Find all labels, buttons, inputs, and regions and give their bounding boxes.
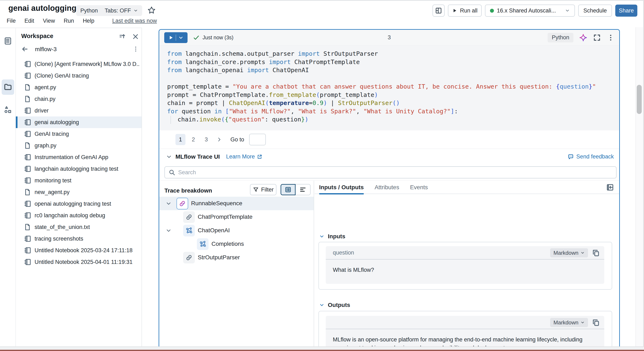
trace-span-chatprompttemplate[interactable]: ChatPromptTemplate: [159, 210, 314, 224]
workspace-item[interactable]: agent.py: [16, 81, 142, 93]
go-to-page-input[interactable]: [249, 134, 266, 145]
render-format-value: Markdown: [554, 250, 578, 256]
chevron-down-icon[interactable]: [166, 200, 172, 207]
workspace-item[interactable]: openai autologging tracing test: [16, 198, 142, 210]
favorite-star-icon[interactable]: [147, 6, 156, 15]
render-format-dropdown[interactable]: Markdown: [550, 318, 588, 327]
workspace-item-label: (Clone) GenAI tracing: [34, 72, 140, 79]
workspace-item-label: driver: [34, 107, 140, 114]
menu-help[interactable]: Help: [83, 18, 94, 24]
menu-file[interactable]: File: [7, 18, 16, 24]
layout-grid-button[interactable]: [432, 4, 444, 17]
menu-view[interactable]: View: [43, 18, 55, 24]
send-feedback-label: Send feedback: [576, 153, 614, 160]
cell-kebab-menu-icon[interactable]: [607, 34, 615, 41]
collapse-chevron-icon[interactable]: [166, 154, 172, 160]
cell-code-editor[interactable]: from langchain.schema.output_parser impo…: [159, 45, 619, 130]
filter-button[interactable]: Filter: [250, 184, 276, 195]
detail-view-toggle[interactable]: [280, 184, 296, 195]
workspace-item[interactable]: Instrumentation of GenAI App: [16, 151, 142, 163]
page-button-2[interactable]: 2: [188, 134, 198, 145]
chevron-down-icon: [134, 8, 138, 13]
scrollbar-thumb[interactable]: [637, 85, 642, 114]
workspace-item[interactable]: Untitled Notebook 2025-04-01 11:19:31: [16, 256, 142, 268]
inputs-field-header: question Markdown: [326, 246, 604, 260]
next-page-button[interactable]: [214, 134, 224, 145]
page-button-1[interactable]: 1: [176, 134, 186, 145]
file-icon: [24, 95, 31, 103]
tabs-toggle[interactable]: Tabs: OFF: [100, 5, 142, 16]
current-folder-name[interactable]: mlflow-3: [35, 46, 56, 53]
expand-fullscreen-icon[interactable]: [593, 34, 601, 41]
notebook-icon: [24, 235, 31, 243]
code-content: from langchain.schema.output_parser impo…: [167, 50, 596, 124]
tab-inputs-outputs[interactable]: Inputs / Outputs: [319, 181, 364, 194]
experiments-icon[interactable]: [4, 105, 12, 114]
workspace-item[interactable]: chain.py: [16, 93, 142, 105]
menu-run[interactable]: Run: [64, 18, 74, 24]
tab-attributes[interactable]: Attributes: [375, 181, 399, 194]
workspace-item[interactable]: state_of_the_union.txt: [16, 221, 142, 233]
workspace-item-label: Untitled Notebook 2025-03-24 17:11:18: [34, 247, 140, 254]
workspace-item[interactable]: driver: [16, 105, 142, 116]
share-button[interactable]: Share: [615, 4, 637, 17]
workspace-item[interactable]: graph.py: [16, 140, 142, 151]
trace-span-completions[interactable]: Completions: [159, 237, 314, 251]
chain-link-icon: [176, 198, 188, 209]
cell-language-badge[interactable]: Python: [548, 33, 574, 42]
file-icon: [24, 84, 31, 91]
close-icon[interactable]: [132, 33, 140, 40]
learn-more-link[interactable]: Learn More: [226, 153, 262, 160]
run-all-label: Run all: [460, 7, 478, 14]
workspace-sidebar: Workspace mlflow-3 (Clone) [Agent Framew…: [16, 28, 142, 347]
copy-icon[interactable]: [592, 249, 600, 257]
collapse-panel-icon[interactable]: [606, 183, 614, 192]
tab-events[interactable]: Events: [410, 181, 428, 194]
feedback-bubble-icon: [568, 154, 574, 160]
send-feedback-link[interactable]: Send feedback: [568, 153, 614, 160]
assistant-sparkle-icon[interactable]: [579, 34, 587, 41]
render-format-value: Markdown: [554, 319, 578, 326]
detail-tabs-row: Inputs / OutputsAttributesEvents: [314, 181, 619, 194]
outputs-card: Markdown MLflow is an open-source platfo…: [318, 311, 612, 347]
trace-span-chatopenai[interactable]: ChatOpenAI: [159, 224, 314, 237]
sort-icon[interactable]: [119, 33, 126, 40]
cluster-selector[interactable]: 16.x Shared Autoscali...: [485, 4, 575, 17]
run-all-button[interactable]: Run all: [448, 4, 482, 17]
timeline-view-toggle[interactable]: [296, 184, 310, 195]
workspace-item[interactable]: genai autologging: [16, 116, 142, 128]
menu-edit[interactable]: Edit: [24, 18, 34, 24]
workspace-item[interactable]: langchain autologging tracing test: [16, 163, 142, 175]
back-arrow-icon[interactable]: [21, 45, 29, 53]
file-icon: [24, 142, 31, 149]
outputs-section-header[interactable]: Outputs: [319, 302, 350, 308]
workspace-item-label: state_of_the_union.txt: [34, 224, 140, 230]
scrollbar-track[interactable]: [636, 27, 643, 347]
render-format-dropdown[interactable]: Markdown: [550, 248, 588, 257]
workspace-panel-title: Workspace: [21, 33, 53, 39]
workspace-item[interactable]: GenAI tracing: [16, 128, 142, 140]
trace-span-runnablesequence[interactable]: RunnableSequence: [159, 197, 314, 210]
chevron-down-icon[interactable]: [166, 228, 172, 234]
notebook-list-icon[interactable]: [4, 37, 12, 45]
trace-span-stroutputparser[interactable]: StrOutputParser: [159, 251, 314, 264]
page-button-3[interactable]: 3: [201, 134, 211, 145]
workspace-item[interactable]: new_agent.py: [16, 186, 142, 198]
window-bottom-bar: [0, 350, 644, 351]
workspace-folder-icon[interactable]: [4, 83, 12, 91]
inputs-section-header[interactable]: Inputs: [319, 233, 345, 240]
play-icon: [452, 8, 457, 13]
copy-icon[interactable]: [592, 318, 600, 327]
folder-kebab-menu-icon[interactable]: [132, 45, 139, 53]
workspace-item[interactable]: monitoring test: [16, 175, 142, 186]
workspace-item-label: Instrumentation of GenAI App: [34, 154, 140, 161]
workspace-item[interactable]: Untitled Notebook 2025-03-24 17:11:18: [16, 245, 142, 256]
workspace-item[interactable]: tracing screenshots: [16, 233, 142, 245]
workspace-item[interactable]: (Clone) [Agent Framework] MLflow 3.0 D..…: [16, 58, 142, 70]
last-edit-link[interactable]: Last edit was now: [112, 18, 157, 24]
search-input[interactable]: [178, 169, 616, 176]
schedule-label: Schedule: [584, 7, 607, 14]
workspace-item[interactable]: rc0 langchain autolog debug: [16, 210, 142, 221]
workspace-item[interactable]: (Clone) GenAI tracing: [16, 70, 142, 81]
schedule-button[interactable]: Schedule: [578, 4, 612, 17]
